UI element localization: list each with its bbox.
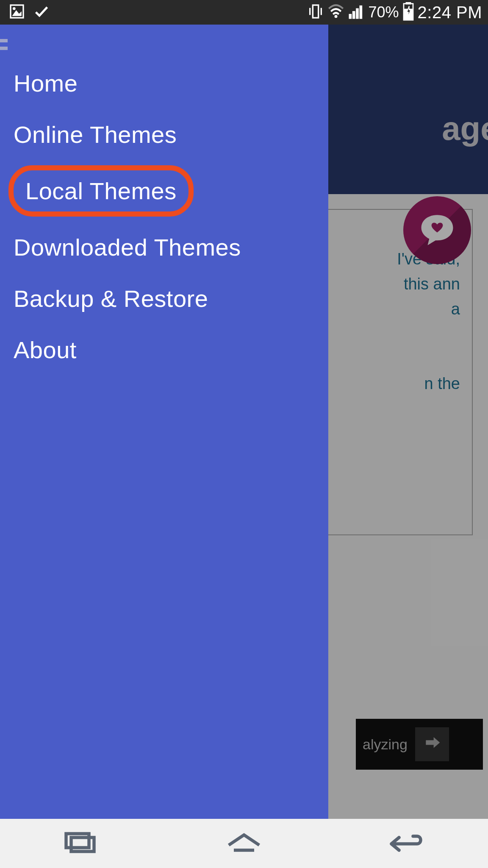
battery-percentage: 70% <box>368 3 399 21</box>
drawer-item-label: Local Themes <box>25 178 177 204</box>
vibrate-icon <box>307 3 324 22</box>
image-icon <box>8 3 25 22</box>
home-button[interactable] <box>225 831 263 856</box>
svg-rect-17 <box>71 837 94 851</box>
check-icon <box>33 3 50 22</box>
svg-rect-3 <box>313 5 319 18</box>
drawer-item-label: Backup & Restore <box>14 285 208 312</box>
drawer-item-about[interactable]: About <box>14 324 328 376</box>
battery-icon <box>402 2 414 22</box>
svg-point-2 <box>13 8 15 10</box>
svg-rect-12 <box>406 2 410 4</box>
highlight-annotation: Local Themes <box>8 165 194 217</box>
svg-rect-7 <box>349 14 352 19</box>
status-left <box>0 3 50 22</box>
navigation-drawer: Home Online Themes Local Themes Download… <box>0 25 328 819</box>
drawer-item-label: About <box>14 337 77 363</box>
svg-point-6 <box>335 15 337 17</box>
drawer-item-local-themes[interactable]: Local Themes <box>25 177 177 205</box>
drawer-item-label: Online Themes <box>14 121 177 148</box>
clock: 2:24 PM <box>418 3 482 22</box>
svg-marker-1 <box>13 11 21 16</box>
recents-icon <box>62 849 100 856</box>
drawer-item-home[interactable]: Home <box>14 58 328 109</box>
home-icon <box>225 849 263 856</box>
svg-rect-16 <box>66 834 89 848</box>
status-right: 70% 2:24 PM <box>307 2 488 22</box>
drawer-item-online-themes[interactable]: Online Themes <box>14 109 328 160</box>
recents-button[interactable] <box>62 831 100 856</box>
drawer-item-label: Downloaded Themes <box>14 234 241 261</box>
system-nav-bar <box>0 819 488 868</box>
back-button[interactable] <box>388 831 426 856</box>
drawer-handle-icon <box>0 37 8 53</box>
drawer-item-label: Home <box>14 70 78 97</box>
status-bar: 70% 2:24 PM <box>0 0 488 25</box>
drawer-item-backup-restore[interactable]: Backup & Restore <box>14 273 328 324</box>
svg-rect-10 <box>360 6 362 19</box>
signal-icon <box>348 3 365 22</box>
svg-rect-9 <box>356 8 358 18</box>
wifi-icon <box>327 3 344 22</box>
drawer-item-downloaded-themes[interactable]: Downloaded Themes <box>14 222 328 273</box>
screen: 70% 2:24 PM ager ge the I've said, this … <box>0 0 488 868</box>
svg-rect-8 <box>353 11 355 19</box>
back-icon <box>388 849 426 856</box>
